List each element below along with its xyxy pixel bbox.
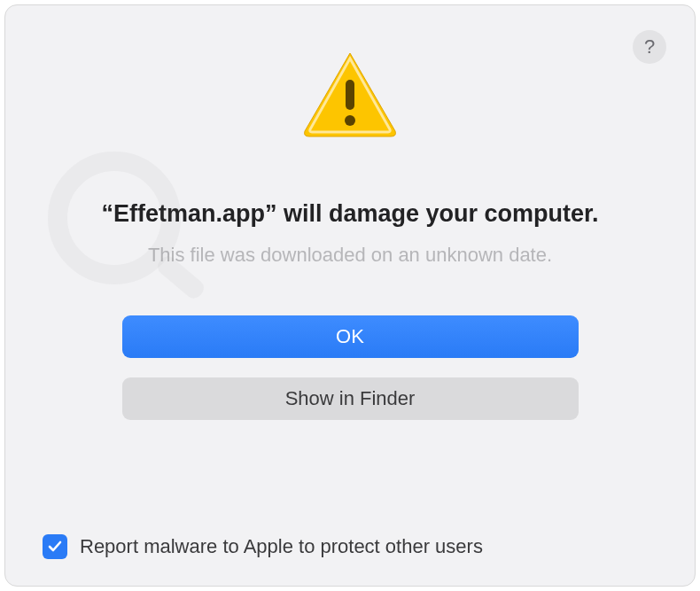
show-in-finder-button[interactable]: Show in Finder [122,377,579,420]
ok-button[interactable]: OK [122,315,579,358]
report-malware-row: Report malware to Apple to protect other… [43,534,483,559]
dialog-title: “Effetman.app” will damage your computer… [101,200,598,228]
alert-dialog: ? “Effetman.app” will damage your comput… [4,4,696,587]
report-malware-checkbox[interactable] [43,534,67,559]
help-button[interactable]: ? [633,30,666,64]
button-stack: OK Show in Finder [122,315,579,420]
checkmark-icon [47,539,63,555]
svg-point-1 [345,115,355,126]
svg-rect-0 [346,80,354,110]
dialog-subtitle: This file was downloaded on an unknown d… [148,244,552,267]
report-malware-label: Report malware to Apple to protect other… [80,535,483,558]
warning-icon [301,50,399,138]
